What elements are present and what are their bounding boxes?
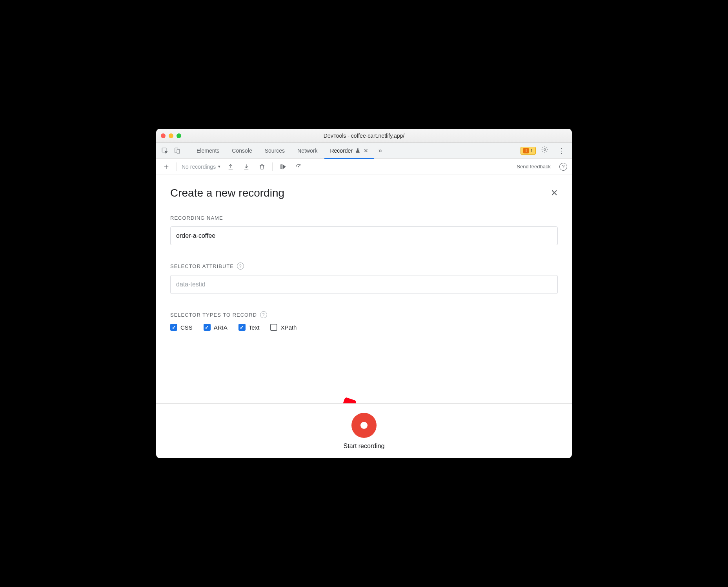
selector-attribute-input[interactable] [170,275,558,294]
import-icon[interactable] [241,161,252,172]
add-recording-icon[interactable] [161,161,172,172]
svg-rect-2 [177,149,180,153]
help-icon[interactable]: ? [260,311,267,318]
svg-point-3 [544,149,546,151]
checkbox-text[interactable]: Text [238,324,260,331]
help-icon[interactable]: ? [559,163,567,171]
checkbox-label: XPath [280,324,297,331]
checkbox-label: CSS [180,324,193,331]
divider [187,146,187,155]
divider [177,162,177,171]
flask-icon [355,148,360,153]
main-panel: Create a new recording ✕ RECORDING NAME … [156,175,572,403]
recording-select-label: No recordings [182,164,216,170]
titlebar: DevTools - coffee-cart.netlify.app/ [156,129,572,143]
tab-label: Elements [197,148,219,154]
tab-label: Console [232,148,252,154]
tab-elements[interactable]: Elements [191,143,225,159]
selector-attribute-label: SELECTOR ATTRIBUTE ? [170,263,558,270]
annotation-arrow-icon [333,390,368,403]
footer: Start recording [156,403,572,458]
close-panel-icon[interactable]: ✕ [551,188,558,198]
recording-select[interactable]: No recordings ▾ [182,164,220,170]
label-text: SELECTOR ATTRIBUTE [170,263,234,269]
checkbox-icon [238,324,246,331]
tab-sources[interactable]: Sources [259,143,290,159]
start-recording-button[interactable] [351,413,377,438]
tab-label: Network [297,148,317,154]
svg-rect-4 [281,164,282,169]
export-icon[interactable] [225,161,236,172]
checkbox-icon [270,324,277,331]
divider [272,162,273,171]
help-icon[interactable]: ? [237,263,244,270]
start-recording-label: Start recording [344,443,385,450]
tabstrip: Elements Console Sources Network Recorde… [156,143,572,159]
warning-icon: ! [523,148,529,153]
window-title: DevTools - coffee-cart.netlify.app/ [156,133,572,139]
tab-console[interactable]: Console [226,143,257,159]
settings-icon[interactable] [537,146,552,155]
close-tab-icon[interactable]: ✕ [364,148,368,154]
recording-name-input[interactable] [170,226,558,245]
checkbox-label: ARIA [214,324,228,331]
issues-badge[interactable]: ! 1 [521,147,536,155]
kebab-menu-icon[interactable]: ⋮ [554,146,569,155]
checkbox-aria[interactable]: ARIA [204,324,228,331]
inspect-icon[interactable] [159,145,170,156]
tab-label: Sources [265,148,285,154]
device-toolbar-icon[interactable] [172,145,183,156]
devtools-window: DevTools - coffee-cart.netlify.app/ Elem… [156,129,572,458]
checkbox-label: Text [249,324,260,331]
checkbox-xpath[interactable]: XPath [270,324,297,331]
label-text: SELECTOR TYPES TO RECORD [170,312,257,318]
selector-types-label: SELECTOR TYPES TO RECORD ? [170,311,558,318]
step-icon[interactable] [293,161,304,172]
checkbox-icon [170,324,177,331]
recording-name-label: RECORDING NAME [170,215,558,221]
svg-point-5 [298,166,299,167]
tab-recorder[interactable]: Recorder ✕ [324,143,374,159]
tab-network[interactable]: Network [292,143,323,159]
send-feedback-link[interactable]: Send feedback [517,164,551,170]
page-title: Create a new recording [170,187,284,199]
chevron-down-icon: ▾ [218,164,220,169]
tab-label: Recorder [330,148,353,154]
more-tabs-icon[interactable]: » [375,147,385,154]
play-icon[interactable] [277,161,288,172]
delete-icon[interactable] [257,161,268,172]
checkbox-css[interactable]: CSS [170,324,193,331]
issues-count: 1 [530,148,533,153]
checkbox-icon [204,324,211,331]
recorder-toolbar: No recordings ▾ Send feedback ? [156,159,572,175]
